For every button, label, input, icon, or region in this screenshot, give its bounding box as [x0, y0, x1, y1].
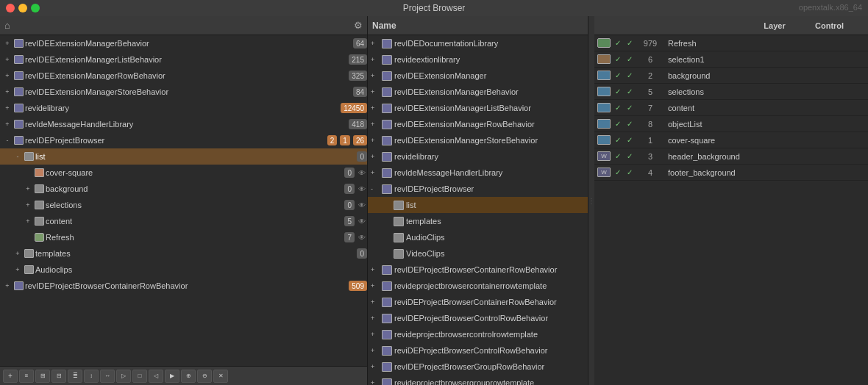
toolbar-btn-8[interactable]: ▷ [116, 370, 131, 383]
left-panel-scroll[interactable]: +revIDEExtensionManagerBehavior64+revIDE… [0, 35, 367, 366]
m-tree-item[interactable]: AudioClips [368, 229, 588, 245]
tree-item[interactable]: -list0 [0, 148, 367, 165]
m-tree-item[interactable]: +revIDEExtensionManagerStoreBehavior [368, 132, 588, 148]
toolbar-btn-12[interactable]: ⊕ [181, 370, 196, 383]
tree-item[interactable]: +revIDEExtensionManagerBehavior64 [0, 35, 367, 51]
expand-icon[interactable] [24, 168, 32, 177]
props-row[interactable]: ✓✓5selections [594, 84, 868, 100]
m-tree-item[interactable]: +revIDEExtensionManagerBehavior [368, 84, 588, 100]
expand-icon[interactable]: - [13, 152, 22, 161]
toolbar-btn-5[interactable]: ≣ [68, 370, 82, 383]
expand-icon[interactable]: + [371, 72, 380, 79]
tree-item[interactable]: +background0👁 [0, 181, 367, 197]
expand-icon[interactable]: + [371, 314, 380, 322]
expand-icon[interactable]: - [3, 136, 12, 145]
expand-icon[interactable]: + [371, 88, 380, 96]
props-row[interactable]: W✓✓3header_background [594, 148, 868, 165]
expand-icon[interactable]: + [371, 363, 380, 370]
m-tree-item[interactable]: +revideextionlibrary [368, 51, 588, 68]
expand-icon[interactable]: + [3, 104, 12, 112]
props-row[interactable]: ✓✓8objectList [594, 116, 868, 132]
toolbar-btn-2[interactable]: ≡ [19, 370, 34, 383]
middle-panel-scroll[interactable]: +revIDEDocumentationLibrary+revideextion… [368, 35, 588, 385]
m-tree-item[interactable]: +reviDEProjectBrowserControlRowBehavior [368, 342, 588, 359]
toolbar-btn-11[interactable]: ▶ [165, 370, 179, 383]
toolbar-btn-14[interactable]: ✕ [213, 370, 228, 383]
expand-icon[interactable]: + [371, 137, 380, 144]
tree-item[interactable]: cover-square0👁 [0, 165, 367, 181]
tree-item[interactable]: +templates0 [0, 245, 367, 262]
toolbar-btn-6[interactable]: ↕ [84, 370, 99, 383]
expand-icon[interactable]: + [371, 40, 380, 47]
visibility-toggle[interactable]: 👁 [357, 184, 367, 194]
expand-icon[interactable]: + [13, 265, 22, 274]
m-tree-item[interactable]: +reviDEProjectBrowserContainerRowBehavio… [368, 294, 588, 310]
m-tree-item[interactable]: list [368, 197, 588, 213]
m-tree-item[interactable]: +revIDEExtensionManagerRowBehavior [368, 116, 588, 132]
tree-item[interactable]: +content5👁 [0, 213, 367, 229]
visibility-toggle[interactable]: 👁 [357, 232, 367, 242]
expand-icon[interactable] [24, 233, 32, 242]
expand-icon[interactable]: + [371, 266, 380, 273]
toolbar-btn-3[interactable]: ⊞ [35, 370, 50, 383]
props-row[interactable]: ✓✓979Refresh [594, 35, 868, 51]
props-row[interactable]: W✓✓4footer_background [594, 165, 868, 181]
m-tree-item[interactable]: +revIDEProjectBrowserControlRowBehavior [368, 310, 588, 326]
expand-icon[interactable]: + [371, 282, 380, 289]
expand-icon[interactable]: + [371, 331, 380, 338]
expand-icon[interactable]: + [3, 55, 12, 64]
toolbar-btn-7[interactable]: ↔ [100, 370, 115, 383]
m-tree-item[interactable]: +revIDEExtensionManagerListBehavior [368, 100, 588, 116]
tree-item[interactable]: -revIDEProjectBrowser2126 [0, 132, 367, 148]
tree-item[interactable]: +revIdeMessageHandlerLibrary418 [0, 116, 367, 132]
m-tree-item[interactable]: -revIDEProjectBrowser [368, 181, 588, 197]
props-row[interactable]: ✓✓6selection1 [594, 51, 868, 68]
expand-icon[interactable]: + [24, 184, 32, 193]
m-tree-item[interactable]: +revideprojectbrowsercontrolrowtemplate [368, 326, 588, 342]
toolbar-btn-10[interactable]: ◁ [149, 370, 163, 383]
tree-item[interactable]: +revIDEExtensionManagerStoreBehavior84 [0, 84, 367, 100]
window-controls[interactable] [6, 4, 40, 12]
tree-item[interactable]: +revIDEProjectBrowserContainerRowBehavio… [0, 278, 367, 294]
expand-icon[interactable]: + [24, 201, 32, 209]
expand-icon[interactable]: - [371, 185, 380, 192]
toolbar-btn-9[interactable]: □ [132, 370, 147, 383]
expand-icon[interactable]: + [13, 249, 22, 258]
toolbar-btn-13[interactable]: ⊖ [197, 370, 212, 383]
visibility-toggle[interactable]: 👁 [357, 216, 367, 226]
m-tree-item[interactable]: templates [368, 213, 588, 229]
m-tree-item[interactable]: +revIdeMessageHandlerLibrary [368, 165, 588, 181]
close-button[interactable] [6, 4, 15, 12]
props-row[interactable]: ✓✓1cover-square [594, 132, 868, 148]
tree-item[interactable]: +revIDEExtensionManagerRowBehavior325 [0, 68, 367, 84]
tree-item[interactable]: +Audioclips [0, 262, 367, 278]
m-tree-item[interactable]: +revIDEProjectBrowserContainerRowBehavio… [368, 262, 588, 278]
m-tree-item[interactable]: +revideprojectbrowsercontainerrowtemplat… [368, 278, 588, 294]
settings-icon[interactable]: ⚙ [354, 20, 363, 31]
visibility-toggle[interactable]: 👁 [357, 168, 367, 178]
drag-divider[interactable]: ⋮ [588, 16, 594, 385]
props-scroll[interactable]: ✓✓979Refresh✓✓6selection1✓✓2background✓✓… [594, 35, 868, 385]
expand-icon[interactable]: + [371, 120, 380, 128]
expand-icon[interactable]: + [371, 153, 380, 160]
expand-icon[interactable]: + [3, 71, 12, 80]
m-tree-item[interactable]: VideoClips [368, 245, 588, 262]
tree-item[interactable]: Refresh7👁 [0, 229, 367, 245]
m-tree-item[interactable]: +revideprojectbrowsergrouprowtemplate [368, 375, 588, 385]
m-tree-item[interactable]: +revIDEDocumentationLibrary [368, 35, 588, 51]
expand-icon[interactable]: + [3, 120, 12, 129]
minimize-button[interactable] [18, 4, 27, 12]
expand-icon[interactable]: + [3, 87, 12, 96]
m-tree-item[interactable]: +revIDEProjectBrowserGroupRowBehavior [368, 359, 588, 375]
maximize-button[interactable] [31, 4, 40, 12]
tree-item[interactable]: +revIDEExtensionManagerListBehavior215 [0, 51, 367, 68]
props-row[interactable]: ✓✓7content [594, 100, 868, 116]
tree-item[interactable]: +revidelibrary12450 [0, 100, 367, 116]
props-row[interactable]: ✓✓2background [594, 68, 868, 84]
expand-icon[interactable]: + [371, 379, 380, 385]
toolbar-btn-4[interactable]: ⊟ [51, 370, 66, 383]
expand-icon[interactable]: + [371, 298, 380, 306]
expand-icon[interactable]: + [371, 56, 380, 63]
expand-icon[interactable]: + [3, 281, 12, 290]
expand-icon[interactable]: + [371, 104, 380, 112]
